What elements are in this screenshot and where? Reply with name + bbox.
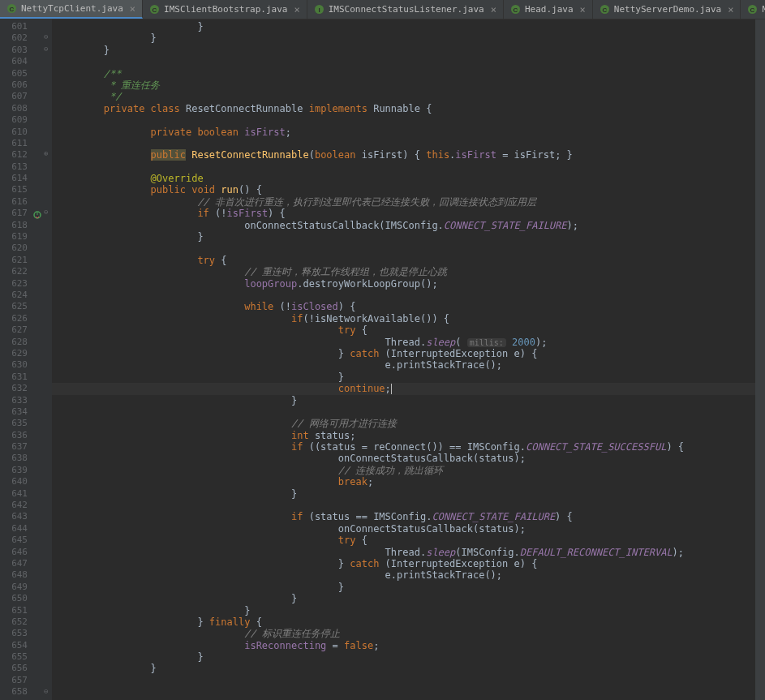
line-number[interactable]: 638 <box>2 453 28 464</box>
code-line[interactable]: try { <box>52 535 755 546</box>
line-number[interactable]: 621 <box>2 255 28 266</box>
code-line[interactable]: public ResetConnectRunnable(boolean isFi… <box>52 149 755 161</box>
tab-ims-connect-status-listener[interactable]: I IMSConnectStatusListener.java × <box>307 0 504 19</box>
code-line[interactable]: private class ResetConnectRunnable imple… <box>52 103 755 114</box>
line-number[interactable]: 626 <box>2 313 28 324</box>
code-editor[interactable]: } } } /** * 重连任务 */ private class ResetC… <box>52 19 755 700</box>
code-line[interactable]: Thread.sleep( millis: 2000); <box>52 337 755 348</box>
line-number[interactable]: 627 <box>2 324 28 336</box>
line-number[interactable]: 618 <box>2 220 28 231</box>
line-number[interactable]: 620 <box>2 243 28 254</box>
line-number[interactable]: 609 <box>2 114 28 126</box>
line-number[interactable]: 657 <box>2 675 28 686</box>
line-number[interactable]: 655 <box>2 651 28 663</box>
line-number[interactable]: 624 <box>2 290 28 301</box>
code-line[interactable]: try { <box>52 324 755 336</box>
line-number[interactable]: 642 <box>2 500 28 511</box>
code-line[interactable]: onConnectStatusCallback(status); <box>52 453 755 464</box>
line-number[interactable]: 647 <box>2 558 28 569</box>
override-marker-icon[interactable] <box>33 210 41 218</box>
code-line[interactable]: isReconnecting = false; <box>52 640 755 651</box>
code-line[interactable]: * 重连任务 <box>52 79 755 91</box>
code-line[interactable] <box>52 56 755 67</box>
code-line[interactable]: break; <box>52 476 755 487</box>
code-line[interactable]: Thread.sleep(IMSConfig.DEFAULT_RECONNECT… <box>52 547 755 558</box>
line-number[interactable]: 604 <box>2 56 28 67</box>
fold-toggle-icon[interactable]: ⊖ <box>44 687 48 695</box>
close-icon[interactable]: × <box>294 4 299 15</box>
line-number[interactable]: 650 <box>2 593 28 604</box>
line-number[interactable]: 652 <box>2 616 28 628</box>
line-number[interactable]: 634 <box>2 406 28 418</box>
code-line[interactable]: } <box>52 651 755 663</box>
code-line[interactable] <box>52 243 755 254</box>
code-line[interactable]: } <box>52 488 755 500</box>
fold-toggle-icon[interactable]: ⊖ <box>44 45 48 53</box>
line-number[interactable]: 636 <box>2 430 28 441</box>
code-line[interactable]: } <box>52 605 755 616</box>
code-line[interactable]: } <box>52 582 755 593</box>
line-number[interactable]: 639 <box>2 465 28 476</box>
line-number[interactable]: 628 <box>2 337 28 348</box>
code-line[interactable]: if (status == IMSConfig.CONNECT_STATE_FA… <box>52 511 755 522</box>
code-line[interactable] <box>52 500 755 511</box>
line-number[interactable]: 616 <box>2 196 28 208</box>
tab-msg-dispatcher[interactable]: C MsgDispatcher.java × <box>741 0 765 19</box>
line-number-gutter[interactable]: 6016026036046056066076086096106116126136… <box>0 19 32 700</box>
code-line[interactable]: int status; <box>52 430 755 441</box>
tab-ims-client-bootstrap[interactable]: C IMSClientBootstrap.java × <box>143 0 307 19</box>
right-rail-overview[interactable] <box>755 19 765 700</box>
line-number[interactable]: 637 <box>2 441 28 453</box>
code-line[interactable]: } catch (InterruptedException e) { <box>52 558 755 569</box>
code-line[interactable]: e.printStackTrace(); <box>52 569 755 581</box>
line-number[interactable]: 625 <box>2 301 28 312</box>
code-line[interactable]: loopGroup.destroyWorkLoopGroup(); <box>52 278 755 290</box>
fold-gutter[interactable]: ⊖⊖⊕⊖⊖ <box>42 19 52 700</box>
gutter-markers[interactable] <box>32 19 42 700</box>
line-number[interactable]: 602 <box>2 32 28 44</box>
code-line[interactable]: } <box>52 45 755 56</box>
code-line[interactable]: } <box>52 663 755 674</box>
line-number[interactable]: 644 <box>2 523 28 535</box>
close-icon[interactable]: × <box>580 4 586 15</box>
line-number[interactable]: 610 <box>2 127 28 138</box>
code-line[interactable]: continue; <box>52 383 755 394</box>
line-number[interactable]: 632 <box>2 383 28 394</box>
line-number[interactable]: 617 <box>2 208 28 219</box>
line-number[interactable]: 606 <box>2 79 28 91</box>
line-number[interactable]: 613 <box>2 161 28 173</box>
line-number[interactable]: 611 <box>2 138 28 149</box>
line-number[interactable]: 605 <box>2 68 28 79</box>
line-number[interactable]: 653 <box>2 628 28 639</box>
line-number[interactable]: 612 <box>2 149 28 161</box>
code-line[interactable] <box>52 675 755 686</box>
line-number[interactable]: 648 <box>2 569 28 581</box>
code-line[interactable]: // 网络可用才进行连接 <box>52 418 755 429</box>
line-number[interactable]: 607 <box>2 91 28 102</box>
code-line[interactable]: try { <box>52 255 755 266</box>
code-line[interactable]: if(!isNetworkAvailable()) { <box>52 313 755 324</box>
fold-toggle-icon[interactable]: ⊕ <box>44 149 48 157</box>
code-line[interactable] <box>52 114 755 126</box>
code-line[interactable]: // 标识重连任务停止 <box>52 628 755 639</box>
code-line[interactable]: if ((status = reConnect()) == IMSConfig.… <box>52 441 755 453</box>
tab-netty-tcp-client[interactable]: C NettyTcpClient.java × <box>0 0 143 19</box>
code-line[interactable]: // 连接成功，跳出循环 <box>52 465 755 476</box>
line-number[interactable]: 656 <box>2 663 28 674</box>
code-line[interactable] <box>52 161 755 173</box>
line-number[interactable]: 619 <box>2 231 28 243</box>
fold-toggle-icon[interactable]: ⊖ <box>44 32 48 41</box>
code-line[interactable] <box>52 290 755 301</box>
line-number[interactable]: 646 <box>2 547 28 558</box>
line-number[interactable]: 630 <box>2 359 28 371</box>
code-line[interactable]: /** <box>52 68 755 79</box>
code-line[interactable]: // 重连时，释放工作线程组，也就是停止心跳 <box>52 266 755 277</box>
line-number[interactable]: 643 <box>2 511 28 522</box>
code-line[interactable]: private boolean isFirst; <box>52 127 755 138</box>
close-icon[interactable]: × <box>130 3 135 15</box>
code-line[interactable]: onConnectStatusCallback(status); <box>52 523 755 535</box>
line-number[interactable]: 603 <box>2 45 28 56</box>
tab-netty-server-demo[interactable]: C NettyServerDemo.java × <box>593 0 741 19</box>
fold-toggle-icon[interactable]: ⊖ <box>44 208 48 216</box>
line-number[interactable]: 623 <box>2 278 28 290</box>
